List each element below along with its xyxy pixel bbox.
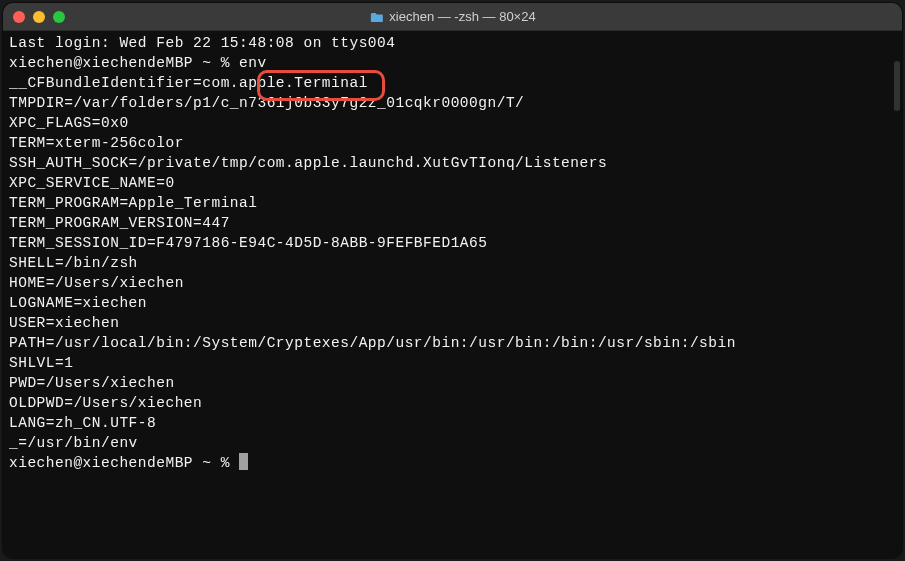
env-line: SHELL=/bin/zsh [9, 253, 896, 273]
last-login-line: Last login: Wed Feb 22 15:48:08 on ttys0… [9, 33, 896, 53]
terminal-window: xiechen — -zsh — 80×24 Last login: Wed F… [3, 3, 902, 558]
prompt-path: ~ [202, 55, 211, 71]
traffic-lights [13, 11, 65, 23]
close-icon[interactable] [13, 11, 25, 23]
command-text: env [239, 55, 267, 71]
env-line: PATH=/usr/local/bin:/System/Cryptexes/Ap… [9, 333, 896, 353]
window-title-text: xiechen — -zsh — 80×24 [389, 9, 535, 24]
env-line: LANG=zh_CN.UTF-8 [9, 413, 896, 433]
minimize-icon[interactable] [33, 11, 45, 23]
env-line: USER=xiechen [9, 313, 896, 333]
env-line: SSH_AUTH_SOCK=/private/tmp/com.apple.lau… [9, 153, 896, 173]
titlebar: xiechen — -zsh — 80×24 [3, 3, 902, 31]
cursor [239, 453, 248, 470]
env-line: TERM_SESSION_ID=F4797186-E94C-4D5D-8ABB-… [9, 233, 896, 253]
env-line: TERM_PROGRAM_VERSION=447 [9, 213, 896, 233]
folder-icon [369, 11, 383, 22]
maximize-icon[interactable] [53, 11, 65, 23]
env-line: OLDPWD=/Users/xiechen [9, 393, 896, 413]
env-line: XPC_SERVICE_NAME=0 [9, 173, 896, 193]
env-line: __CFBundleIdentifier=com.apple.Terminal [9, 73, 896, 93]
env-line: XPC_FLAGS=0x0 [9, 113, 896, 133]
env-line: PWD=/Users/xiechen [9, 373, 896, 393]
env-line: _=/usr/bin/env [9, 433, 896, 453]
env-line: SHLVL=1 [9, 353, 896, 373]
prompt-symbol: % [221, 455, 230, 471]
prompt-line-1: xiechen@xiechendeMBP ~ % env [9, 53, 896, 73]
prompt-symbol: % [221, 55, 230, 71]
prompt-line-2: xiechen@xiechendeMBP ~ % [9, 453, 896, 473]
window-title: xiechen — -zsh — 80×24 [369, 9, 535, 24]
env-output: __CFBundleIdentifier=com.apple.TerminalT… [9, 73, 896, 453]
env-line: TMPDIR=/var/folders/p1/c_n7361j0b33y7g2z… [9, 93, 896, 113]
prompt-user-host: xiechen@xiechendeMBP [9, 455, 193, 471]
env-line: HOME=/Users/xiechen [9, 273, 896, 293]
env-line: TERM=xterm-256color [9, 133, 896, 153]
terminal-body[interactable]: Last login: Wed Feb 22 15:48:08 on ttys0… [3, 31, 902, 558]
env-line: LOGNAME=xiechen [9, 293, 896, 313]
prompt-path: ~ [202, 455, 211, 471]
scrollbar[interactable] [894, 61, 900, 111]
prompt-user-host: xiechen@xiechendeMBP [9, 55, 193, 71]
env-line: TERM_PROGRAM=Apple_Terminal [9, 193, 896, 213]
